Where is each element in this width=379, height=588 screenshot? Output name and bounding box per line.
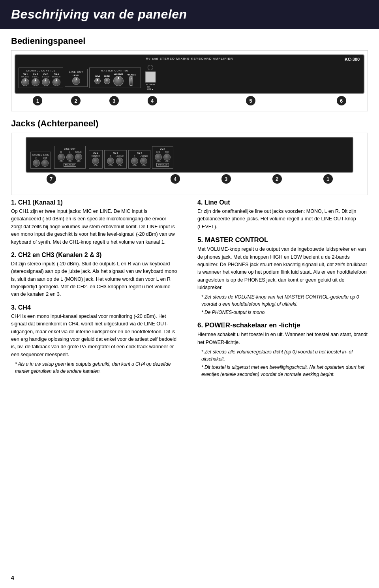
ch2-l-jack xyxy=(140,158,147,165)
item6-note2: Dit toestel is uitgerust met een beveili… xyxy=(201,364,368,378)
volume-knob[interactable] xyxy=(113,76,124,86)
item3-number: 3. xyxy=(11,304,18,311)
item2-heading: CH2 en CH3 (Kanalen 2 & 3) xyxy=(18,252,102,258)
rear-ch4-label: CH 4 xyxy=(93,152,98,154)
main-content: 1. CH1 (Kanaal 1) Op CH1 zijn er twee in… xyxy=(0,199,379,383)
stereo-link-label: STEREO LINK xyxy=(32,154,49,156)
rear-ch3-label: CH 3 xyxy=(113,152,118,154)
line-out-knob-group: LEVEL xyxy=(72,74,80,85)
phones-knob-group: PHONES xyxy=(127,73,136,86)
ch3-r-jack xyxy=(107,158,114,165)
item5-title: 5. MASTER CONTROL xyxy=(197,236,368,244)
lineout-mono-dbm: +4dBm xyxy=(76,161,81,163)
rear-ch3-section: CH 3 R -20 dBm L (MONO) -20 dBm xyxy=(104,150,127,169)
lineout-r-group: R +4dBm xyxy=(58,151,65,163)
ch2-l-dbm: -20 dBm xyxy=(141,165,146,167)
item4-para1: Er zijn drie onafhankelijke line out jac… xyxy=(197,208,368,231)
phones-label: PHONES xyxy=(127,73,136,76)
stereo-link-section: STEREO LINK IN OUT xyxy=(30,152,51,169)
num-6: 6 xyxy=(337,96,346,105)
rear-ch1-section: CH 1 LINE -20dBm MIC -50dBm BALANCED xyxy=(152,146,173,169)
page-wrapper: Beschrijving van de panelen Bedieningspa… xyxy=(0,0,379,588)
ch2-group: CH 2 STEREO xyxy=(32,73,39,86)
power-section: POWER ONOFF ▲ xyxy=(145,65,156,90)
lineout-r-jack xyxy=(58,154,65,161)
ch3-l-jack xyxy=(116,158,123,165)
num-4: 4 xyxy=(148,96,157,105)
ch1-knob[interactable] xyxy=(21,78,29,86)
section1-title: Bedieningspaneel xyxy=(11,36,379,46)
phones-jack[interactable] xyxy=(129,76,133,86)
stereo-out-jack xyxy=(41,160,49,167)
ch2-r-label: R xyxy=(134,155,135,157)
item2-para1: Dit zijn stereo inputs (-20 dBm). Sluit … xyxy=(11,260,178,299)
item4-title: 4. Line Out xyxy=(197,199,368,206)
ch2-r-group: R -20 dBm xyxy=(131,155,138,167)
power-button[interactable] xyxy=(145,71,156,83)
ch2-jacks-row: R -20 dBm L (MONO) -20 dBm xyxy=(131,155,148,167)
ch2-l-label: L (MONO) xyxy=(140,155,148,157)
item4-number: 4. xyxy=(197,199,205,206)
ch1-mic-jack xyxy=(163,154,171,161)
ch2-l-group: L (MONO) -20 dBm xyxy=(140,155,148,167)
low-label: LOW xyxy=(95,75,100,77)
ch2-knob[interactable] xyxy=(32,78,39,86)
spacer3 xyxy=(98,174,129,184)
stereo-out-group: OUT xyxy=(41,157,49,167)
low-knob[interactable] xyxy=(94,78,101,84)
in-out-row: IN OUT xyxy=(33,157,49,167)
stereo-in-jack xyxy=(33,160,40,167)
rear-ch2-label: CH 2 xyxy=(137,152,142,154)
lineout-mono-group: MONO +4dBm xyxy=(75,151,82,163)
item5-heading: MASTER CONTROL xyxy=(205,236,268,244)
ch4-group: CH 4 MONITOR xyxy=(52,73,60,86)
page-number: 4 xyxy=(11,575,14,581)
ch1-line-label: LINE xyxy=(156,151,160,153)
high-label: HIGH xyxy=(104,75,110,77)
front-panel-numbers: 1 2 3 4 5 6 xyxy=(15,94,364,108)
section-item-5: 5. MASTER CONTROL Met VOLUME-knop regelt… xyxy=(197,236,368,316)
rear-lineout-section: LINE OUT R +4dBm L +4dBm MONO xyxy=(54,146,86,169)
master-control-label: MASTER CONTROL xyxy=(101,70,129,72)
lineout-r-dbm: +4dBm xyxy=(59,161,63,163)
ch4-sublabel: MONITOR xyxy=(52,76,60,78)
item2-number: 2. xyxy=(11,252,18,258)
rear-ch2-section: CH 2 R -20 dBm L (MONO) -20 dBm xyxy=(128,150,151,169)
page-header: Beschrijving van de panelen xyxy=(0,0,379,29)
ch1-label: CH 1 xyxy=(23,73,28,75)
item1-para1: Op CH1 zijn er twee input jacks: MIC en … xyxy=(11,208,178,246)
high-knob-group: HIGH xyxy=(104,75,110,84)
section-item-4: 4. Line Out Er zijn drie onafhankelijke … xyxy=(197,199,368,231)
ch4-dbm: -20 dBm xyxy=(93,165,98,167)
line-out-label: LINE OUT xyxy=(69,71,83,73)
ch3-label: CH 3 xyxy=(43,73,49,75)
ch4-knob[interactable] xyxy=(53,78,60,86)
channel-knobs-row: CH 1 MIC/LINE CH 2 STEREO CH 3 STEREO xyxy=(21,73,60,86)
power-indicator xyxy=(148,65,153,70)
ch1-line-dbm: -20dBm xyxy=(156,161,161,163)
ch3-r-label: R xyxy=(110,155,111,157)
lineout-r-label: R xyxy=(60,151,62,153)
item5-number: 5. xyxy=(197,236,205,244)
item1-title: 1. CH1 (Kanaal 1) xyxy=(11,199,178,206)
item1-number: 1. xyxy=(11,199,18,206)
ch1-sublabel: MIC/LINE xyxy=(21,76,29,78)
ch4-jacks-row: MONITOR -20 dBm xyxy=(92,155,100,167)
section-item-1: 1. CH1 (Kanaal 1) Op CH1 zijn er twee in… xyxy=(11,199,178,246)
ch4-label: CH 4 xyxy=(54,73,59,75)
col-left: 1. CH1 (Kanaal 1) Op CH1 zijn er twee in… xyxy=(0,199,190,383)
high-knob[interactable] xyxy=(104,78,110,84)
front-panel-diagram: Roland STEREO MIXING KEYBOARD AMPLIFIER … xyxy=(11,50,368,111)
line-out-section: LINE OUT LEVEL xyxy=(65,69,88,87)
item5-note2: De PHONES-output is mono. xyxy=(201,309,368,316)
stereo-out-label: OUT xyxy=(43,157,47,159)
ch3-r-group: R -20 dBm xyxy=(107,155,114,167)
ch1-mic-label: MIC xyxy=(165,151,169,153)
line-out-knob[interactable] xyxy=(72,77,80,85)
rear-lineout-label: LINE OUT xyxy=(64,148,75,150)
ch3-knob[interactable] xyxy=(42,78,50,86)
lineout-jacks-row: R +4dBm L +4dBm MONO +4dBm xyxy=(58,151,82,163)
lineout-l-dbm: +4dBm xyxy=(68,161,72,163)
ch2-r-jack xyxy=(131,158,138,165)
lineout-mono-jack xyxy=(75,154,82,161)
